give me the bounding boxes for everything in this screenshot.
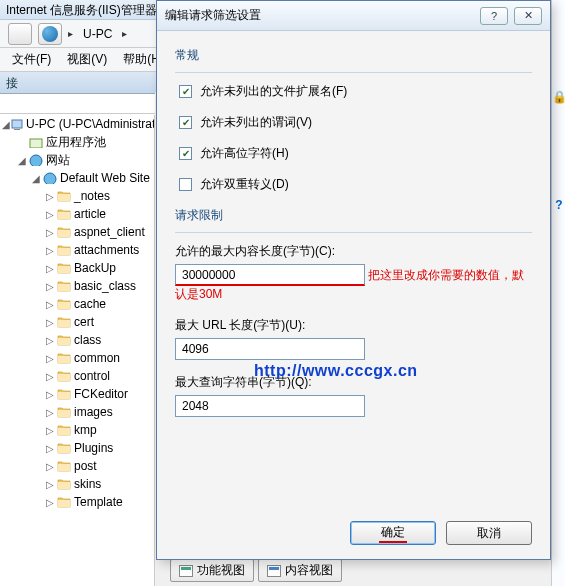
tree-folder-backup[interactable]: ▷BackUp: [0, 259, 154, 277]
expander-icon[interactable]: ▷: [44, 299, 56, 310]
tree-label: Default Web Site: [60, 171, 150, 185]
tree-label: basic_class: [74, 279, 136, 293]
expander-icon[interactable]: ▷: [44, 227, 56, 238]
tree-folder-kmp[interactable]: ▷kmp: [0, 421, 154, 439]
separator: [175, 72, 532, 73]
row-allow-unlisted-verbs: 允许未列出的谓词(V): [179, 114, 532, 131]
help-icon[interactable]: ?: [552, 198, 565, 216]
tree-server-node[interactable]: ◢U-PC (U-PC\Administrator): [0, 115, 154, 133]
tree-label: post: [74, 459, 97, 473]
expander-icon[interactable]: ▷: [44, 443, 56, 454]
tree-folder-fckeditor-icon: [56, 386, 72, 402]
checkbox-allow-highbit[interactable]: [179, 147, 192, 160]
tree-folder-backup-icon: [56, 260, 72, 276]
tree-folder-common[interactable]: ▷common: [0, 349, 154, 367]
tree-folder-post-icon: [56, 458, 72, 474]
lock-icon: 🔒: [552, 90, 565, 108]
tree-default-site-icon: [42, 170, 58, 186]
tree-folder-skins[interactable]: ▷skins: [0, 475, 154, 493]
nav-globe-button[interactable]: [38, 23, 62, 45]
window-controls: ? ✕: [480, 7, 542, 25]
ok-button[interactable]: 确定: [350, 521, 436, 545]
dialog-titlebar[interactable]: 编辑请求筛选设置 ? ✕: [157, 1, 550, 31]
tree-folder-cert[interactable]: ▷cert: [0, 313, 154, 331]
input-max-content[interactable]: [175, 264, 365, 286]
tree-folder-_notes[interactable]: ▷_notes: [0, 187, 154, 205]
tree-label: kmp: [74, 423, 97, 437]
expander-icon[interactable]: ▷: [44, 335, 56, 346]
expander-icon[interactable]: ▷: [44, 191, 56, 202]
tree-default-site[interactable]: ◢Default Web Site: [0, 169, 154, 187]
tree-folder-fckeditor[interactable]: ▷FCKeditor: [0, 385, 154, 403]
expander-icon[interactable]: ◢: [2, 119, 10, 130]
tree-folder-control[interactable]: ▷control: [0, 367, 154, 385]
ok-button-label: 确定: [379, 524, 407, 543]
tree-folder-article[interactable]: ▷article: [0, 205, 154, 223]
expander-icon[interactable]: ▷: [44, 389, 56, 400]
expander-icon[interactable]: ▷: [44, 317, 56, 328]
expander-icon[interactable]: ▷: [44, 209, 56, 220]
menu-view[interactable]: 视图(V): [59, 48, 115, 71]
nav-back-button[interactable]: [8, 23, 32, 45]
tab-content-label: 内容视图: [285, 562, 333, 579]
tree-folder-basic_class-icon: [56, 278, 72, 294]
tab-features-view[interactable]: 功能视图: [170, 559, 254, 582]
view-tabs: 功能视图 内容视图: [170, 559, 342, 582]
tree-folder-plugins[interactable]: ▷Plugins: [0, 439, 154, 457]
tree-folder-attachments-icon: [56, 242, 72, 258]
svg-rect-0: [12, 120, 22, 128]
tree-folder-images[interactable]: ▷images: [0, 403, 154, 421]
input-max-url[interactable]: [175, 338, 365, 360]
input-max-query[interactable]: [175, 395, 365, 417]
connections-tree[interactable]: ◢U-PC (U-PC\Administrator)应用程序池◢网站◢Defau…: [0, 115, 155, 586]
tree-sites-icon: [28, 152, 44, 168]
expander-icon[interactable]: ▷: [44, 479, 56, 490]
tree-label: FCKeditor: [74, 387, 128, 401]
tree-folder-images-icon: [56, 404, 72, 420]
row-allow-highbit: 允许高位字符(H): [179, 145, 532, 162]
dialog-close-button[interactable]: ✕: [514, 7, 542, 25]
cancel-button-label: 取消: [477, 525, 501, 542]
expander-icon[interactable]: ▷: [44, 245, 56, 256]
checkbox-allow-verbs[interactable]: [179, 116, 192, 129]
tree-label: control: [74, 369, 110, 383]
tree-folder-template-icon: [56, 494, 72, 510]
dialog-help-button[interactable]: ?: [480, 7, 508, 25]
nav-arrow-sep2: ▸: [122, 28, 127, 39]
expander-icon[interactable]: ▷: [44, 281, 56, 292]
tree-sites[interactable]: ◢网站: [0, 151, 154, 169]
tree-folder-template[interactable]: ▷Template: [0, 493, 154, 511]
tree-folder-_notes-icon: [56, 188, 72, 204]
content-view-icon: [267, 565, 281, 577]
expander-icon[interactable]: ▷: [44, 407, 56, 418]
cancel-button[interactable]: 取消: [446, 521, 532, 545]
tree-folder-class[interactable]: ▷class: [0, 331, 154, 349]
tree-folder-basic_class[interactable]: ▷basic_class: [0, 277, 154, 295]
expander-icon[interactable]: ◢: [30, 173, 42, 184]
row-allow-unlisted-ext: 允许未列出的文件扩展名(F): [179, 83, 532, 100]
tree-folder-attachments[interactable]: ▷attachments: [0, 241, 154, 259]
expander-icon[interactable]: ◢: [16, 155, 28, 166]
expander-icon[interactable]: ▷: [44, 497, 56, 508]
tree-app-pools[interactable]: 应用程序池: [0, 133, 154, 151]
group-general-label: 常规: [175, 47, 532, 64]
checkbox-allow-ext[interactable]: [179, 85, 192, 98]
tree-label: skins: [74, 477, 101, 491]
tree-folder-cache[interactable]: ▷cache: [0, 295, 154, 313]
request-filtering-dialog: 编辑请求筛选设置 ? ✕ 常规 允许未列出的文件扩展名(F) 允许未列出的谓词(…: [156, 0, 551, 560]
tree-folder-aspnet_client[interactable]: ▷aspnet_client: [0, 223, 154, 241]
expander-icon[interactable]: ▷: [44, 425, 56, 436]
tree-label: common: [74, 351, 120, 365]
expander-icon[interactable]: ▷: [44, 263, 56, 274]
checkbox-allow-double[interactable]: [179, 178, 192, 191]
tree-folder-post[interactable]: ▷post: [0, 457, 154, 475]
expander-icon[interactable]: ▷: [44, 461, 56, 472]
dialog-title: 编辑请求筛选设置: [165, 7, 261, 24]
svg-rect-2: [30, 139, 42, 148]
label-allow-highbit: 允许高位字符(H): [200, 145, 289, 162]
expander-icon[interactable]: ▷: [44, 353, 56, 364]
expander-icon[interactable]: ▷: [44, 371, 56, 382]
tab-content-view[interactable]: 内容视图: [258, 559, 342, 582]
menu-file[interactable]: 文件(F): [4, 48, 59, 71]
svg-point-4: [44, 173, 56, 184]
